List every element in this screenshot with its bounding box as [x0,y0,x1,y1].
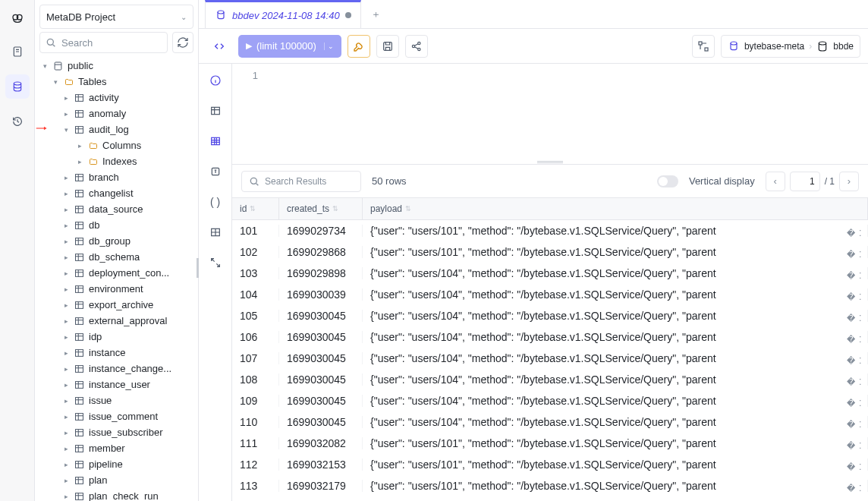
tree-table-issue[interactable]: ▸issue [41,392,198,408]
table-row[interactable]: 113 1699032179 {"user": "users/101", "me… [232,475,868,496]
expand-cell-icon[interactable]: � ⁚ [847,484,863,492]
table-row[interactable]: 111 1699032082 {"user": "users/101", "me… [232,433,868,454]
table-row[interactable]: 108 1699030045 {"user": "users/104", "me… [232,369,868,390]
tree-table-member[interactable]: ▸member [41,440,198,456]
svg-rect-19 [76,333,83,340]
table-row[interactable]: 103 1699029898 {"user": "users/104", "me… [232,263,868,284]
tree-table-environment[interactable]: ▸environment [41,281,198,297]
rail-table-icon[interactable] [205,100,226,121]
nav-worksheet-icon[interactable] [5,39,30,64]
rail-info-icon[interactable] [205,70,226,91]
tree-table-issue_comment[interactable]: ▸issue_comment [41,408,198,424]
expand-cell-icon[interactable]: � ⁚ [847,356,863,364]
rail-data-icon[interactable] [205,131,226,152]
tree-table-plan_check_run[interactable]: ▸plan_check_run [41,488,198,501]
tree-table-branch[interactable]: ▸branch [41,169,198,185]
expand-cell-icon[interactable]: � ⁚ [847,441,863,449]
tree-folder-indexes[interactable]: ▸Indexes [41,153,198,169]
tree-table-instance_change-[interactable]: ▸instance_change... [41,361,198,377]
nav-database-icon[interactable] [5,74,30,99]
results-search-input[interactable]: Search Results [241,171,361,192]
tree-table-pipeline[interactable]: ▸pipeline [41,456,198,472]
svg-rect-31 [383,42,392,50]
rail-function-icon[interactable] [205,161,226,182]
column-header-id[interactable]: id⇅ [232,198,279,219]
tree-table-db[interactable]: ▸db [41,217,198,233]
expand-cell-icon[interactable]: � ⁚ [847,462,863,471]
svg-rect-16 [76,285,83,292]
expand-cell-icon[interactable]: � ⁚ [847,314,863,322]
nav-history-icon[interactable] [5,109,30,134]
table-row[interactable]: 107 1699030045 {"user": "users/104", "me… [232,348,868,369]
tree-table-data_source[interactable]: ▸data_source [41,201,198,217]
cell-id: 108 [232,373,279,386]
tree-schema[interactable]: ▾public [41,58,198,74]
table-row[interactable]: 112 1699032153 {"user": "users/101", "me… [232,454,868,475]
tree-item-label: Indexes [102,156,137,167]
save-button[interactable] [376,35,399,58]
column-header-payload[interactable]: payload⇅ [363,198,868,219]
tree-table-deployment_con-[interactable]: ▸deployment_con... [41,265,198,281]
tree-table-issue_subscriber[interactable]: ▸issue_subscriber [41,424,198,440]
expand-cell-icon[interactable]: � ⁚ [847,399,863,407]
tree-table-plan[interactable]: ▸plan [41,472,198,488]
expand-cell-icon[interactable]: � ⁚ [847,250,863,258]
rail-grid-icon[interactable] [205,222,226,243]
table-row[interactable]: 101 1699029734 {"user": "users/101", "me… [232,220,868,241]
tree-table-db_group[interactable]: ▸db_group [41,233,198,249]
tree-table-idp[interactable]: ▸idp [41,329,198,345]
tree-table-export_archive[interactable]: ▸export_archive [41,297,198,313]
tree-table-anomaly[interactable]: ▸anomaly [41,106,198,121]
expand-cell-icon[interactable]: � ⁚ [847,228,863,237]
tree-item-label: issue_subscriber [89,427,163,438]
column-header-created-ts[interactable]: created_ts⇅ [279,198,363,219]
schema-search-input[interactable]: Search [39,32,168,53]
tree-item-icon [74,331,85,342]
refresh-button[interactable] [172,32,193,53]
connection-breadcrumb[interactable]: bytebase-meta › bbde [721,35,860,58]
tree-table-instance_user[interactable]: ▸instance_user [41,377,198,392]
tree-item-icon [74,458,85,470]
app-logo[interactable] [7,8,28,29]
add-tab-button[interactable]: ＋ [366,4,387,25]
tree-table-external_approval[interactable]: ▸external_approval [41,313,198,329]
tree-table-audit_log[interactable]: ▾audit_log [41,121,198,137]
format-sql-button[interactable] [348,35,370,58]
rail-parens-icon[interactable]: ( ) [205,191,226,213]
project-selector[interactable]: MetaDB Project ⌄ [39,5,193,29]
rail-expand-icon[interactable] [205,252,226,273]
vertical-display-toggle[interactable] [657,175,678,187]
expand-cell-icon[interactable]: � ⁚ [847,292,863,301]
expand-cell-icon[interactable]: � ⁚ [847,335,863,343]
table-row[interactable]: 105 1699030045 {"user": "users/104", "me… [232,305,868,326]
table-row[interactable]: 102 1699029868 {"user": "users/101", "me… [232,241,868,263]
pager-page-input[interactable]: 1 [790,172,820,191]
tree-table-instance[interactable]: ▸instance [41,345,198,361]
table-row[interactable]: 110 1699030045 {"user": "users/104", "me… [232,411,868,433]
expand-cell-icon[interactable]: � ⁚ [847,420,863,428]
tree-item-label: Tables [78,76,107,87]
share-button[interactable] [405,35,428,58]
tree-item-icon [52,60,64,71]
pager-prev-button[interactable]: ‹ [766,172,785,191]
table-row[interactable]: 106 1699030045 {"user": "users/104", "me… [232,326,868,348]
cell-created-ts: 1699032082 [279,437,363,449]
sql-editor[interactable]: 1 [232,64,868,159]
editor-tab-active[interactable]: bbdev 2024-11-08 14:40 [205,0,361,28]
run-dropdown-icon[interactable]: ⌄ [324,43,337,50]
run-query-button[interactable]: ▶ (limit 100000) ⌄ [238,35,341,58]
tree-tables-folder[interactable]: ▾Tables [41,74,198,90]
line-number: 1 [232,64,267,159]
table-row[interactable]: 109 1699030045 {"user": "users/104", "me… [232,390,868,411]
tree-folder-columns[interactable]: ▸Columns [41,137,198,153]
expand-cell-icon[interactable]: � ⁚ [847,271,863,279]
tree-table-changelist[interactable]: ▸changelist [41,185,198,201]
pager-next-button[interactable]: › [839,172,859,191]
tree-table-activity[interactable]: ▸activity [41,90,198,106]
crumb-db: bbde [833,41,854,52]
tree-item-label: plan [89,474,108,486]
table-row[interactable]: 104 1699030039 {"user": "users/104", "me… [232,284,868,305]
tree-link-button[interactable] [692,35,715,58]
expand-cell-icon[interactable]: � ⁚ [847,377,863,386]
tree-table-db_schema[interactable]: ▸db_schema [41,249,198,265]
